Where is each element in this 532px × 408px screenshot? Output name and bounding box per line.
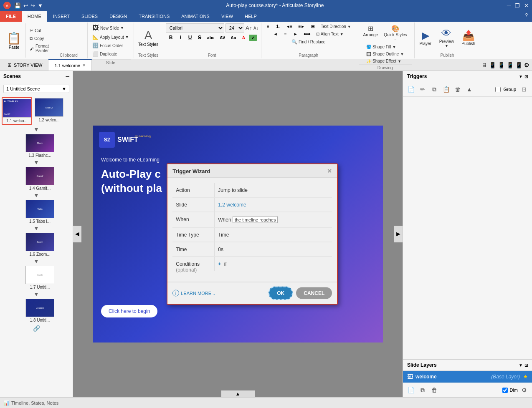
copy-layer-button[interactable]: ⧉ xyxy=(417,385,428,395)
portrait-phone-icon[interactable]: 📱 xyxy=(515,62,522,68)
find-replace-button[interactable]: 🔍 Find / Replace xyxy=(289,38,327,45)
triggers-float-icon[interactable]: ⊡ xyxy=(524,74,528,79)
portrait-tablet-icon[interactable]: 📱 xyxy=(498,62,505,68)
landscape-tablet-icon[interactable]: 📱 xyxy=(489,62,496,68)
help-button[interactable]: ? xyxy=(521,11,532,22)
slide-thumb-1-2[interactable]: slide 2 1.2 welco... xyxy=(34,97,64,125)
tab-transitions[interactable]: TRANSITIONS xyxy=(133,11,175,22)
text-styles-button[interactable]: A Text Styles xyxy=(137,27,160,48)
close-icon[interactable]: ✕ xyxy=(524,3,529,9)
triggers-collapse-icon[interactable]: ▼ xyxy=(519,74,523,79)
restore-icon[interactable]: ❐ xyxy=(515,3,520,9)
slide-thumb-1-5[interactable]: Tabs 1.5 Tabs i... xyxy=(25,199,55,224)
new-trigger-button[interactable]: 📄 xyxy=(405,84,416,95)
when-highlight[interactable]: the timeline reaches xyxy=(233,217,278,223)
tab-animations[interactable]: ANIMATIONS xyxy=(175,11,215,22)
ok-button[interactable]: OK xyxy=(269,287,293,300)
story-view-tab[interactable]: ⊞ STORY VIEW xyxy=(2,59,48,71)
case-button[interactable]: Aa xyxy=(229,35,238,41)
font-size-select[interactable]: 24 xyxy=(225,23,244,33)
move-up-trigger-button[interactable]: ▲ xyxy=(464,84,475,95)
edit-trigger-button[interactable]: ✏ xyxy=(417,84,428,95)
minimize-icon[interactable]: ─ xyxy=(507,3,511,9)
dim-checkbox[interactable] xyxy=(502,388,508,393)
indent-inc-button[interactable]: ≡► xyxy=(296,23,307,30)
duplicate-button[interactable]: ⬜ Duplicate xyxy=(90,50,119,58)
undo-icon[interactable]: ↩ xyxy=(23,3,28,9)
align-text-button[interactable]: ⊡ Align Text ▼ xyxy=(314,31,346,37)
spell-check-icon[interactable]: ✓ xyxy=(249,35,257,41)
cta-button[interactable]: Click here to begin xyxy=(101,305,157,317)
cancel-button[interactable]: CANCEL xyxy=(296,287,332,299)
delete-trigger-button[interactable]: 🗑 xyxy=(452,84,463,95)
shadow-button[interactable]: abc xyxy=(205,35,216,41)
view-settings-icon[interactable]: ⚙ xyxy=(524,62,529,68)
copy-button[interactable]: ⧉Copy xyxy=(28,35,51,42)
shape-outline-button[interactable]: 🔲 Shape Outline ▼ xyxy=(364,51,406,57)
triggers-settings-button[interactable]: ⊡ xyxy=(519,84,529,95)
save-icon[interactable]: 💾 xyxy=(14,3,21,9)
text-direction-button[interactable]: Text Direction ▼ xyxy=(319,23,353,30)
focus-order-button[interactable]: 🔢 Focus Order xyxy=(90,42,125,49)
font-name-select[interactable]: Calibri xyxy=(166,23,224,33)
wizard-slide-value[interactable]: 1.2 welcome xyxy=(214,198,332,212)
slide-thumb-1-4[interactable]: Gamif 1.4 Gamif... xyxy=(25,166,55,191)
bullets-button[interactable]: ≡ xyxy=(264,23,272,30)
desktop-view-icon[interactable]: 🖥 xyxy=(481,62,487,68)
redo-icon[interactable]: ↪ xyxy=(30,3,35,9)
paste-button[interactable]: 📋 Paste xyxy=(3,23,26,58)
layers-float-icon[interactable]: ⊡ xyxy=(524,363,528,368)
quick-styles-button[interactable]: 🎨 Quick Styles = xyxy=(382,23,409,43)
tab-insert[interactable]: INSERT xyxy=(47,11,76,22)
numbering-button[interactable]: 1. xyxy=(274,23,282,30)
shape-fill-button[interactable]: 🪣 Shape Fill ▼ xyxy=(364,44,406,50)
underline-button[interactable]: U xyxy=(186,34,194,41)
player-button[interactable]: ▶ Player xyxy=(417,28,434,47)
align-right-button[interactable]: ► xyxy=(291,31,300,37)
wizard-time-value[interactable]: 0s xyxy=(214,242,332,257)
delete-layer-button[interactable]: 🗑 xyxy=(429,385,440,395)
layers-collapse-icon[interactable]: ▼ xyxy=(519,363,523,368)
tab-home[interactable]: HOME xyxy=(22,11,47,22)
tab-file[interactable]: FILE xyxy=(0,11,22,22)
bold-button[interactable]: B xyxy=(167,34,175,41)
close-slide-tab[interactable]: ✕ xyxy=(82,63,86,68)
scene-selector[interactable]: 1 Untitled Scene ▼ xyxy=(3,85,69,93)
slide-thumb-1-1[interactable]: AUTO-PLAY SWIFT 1.1 welco... xyxy=(2,97,32,125)
minimize-scenes-icon[interactable]: ─ xyxy=(66,73,69,79)
cut-button[interactable]: ✂Cut xyxy=(28,27,51,34)
paste-trigger-button[interactable]: 📋 xyxy=(441,84,451,95)
italic-button[interactable]: I xyxy=(176,34,185,41)
indent-dec-button[interactable]: ◄≡ xyxy=(284,23,295,30)
window-controls[interactable]: ─ ❐ ✕ xyxy=(507,3,529,9)
new-slide-button[interactable]: 🖼 New Slide ▼ xyxy=(90,23,126,33)
canvas-nav-left[interactable]: ◄ xyxy=(73,226,81,242)
char-spacing-button[interactable]: AV xyxy=(218,35,227,41)
justify-button[interactable]: ⇐⇒ xyxy=(301,31,312,37)
slide-thumb-1-3[interactable]: Flash 1.3 Flashc... xyxy=(25,133,55,159)
align-center-button[interactable]: ≡ xyxy=(281,31,290,37)
apply-layout-button[interactable]: 📐 Apply Layout ▼ xyxy=(90,33,131,41)
canvas-nav-right[interactable]: ► xyxy=(394,226,403,242)
layers-settings-button[interactable]: ⚙ xyxy=(519,385,529,395)
slide-view-tab-active[interactable]: 1.1 welcome ✕ xyxy=(48,59,92,71)
more-icon[interactable]: ▼ xyxy=(38,3,43,9)
canvas-nav-bottom[interactable]: ▲ xyxy=(221,390,255,397)
tab-view[interactable]: VIEW xyxy=(215,11,239,22)
font-color-button[interactable]: A xyxy=(239,35,248,41)
grow-font-icon[interactable]: A↑ xyxy=(246,25,252,31)
trigger-wizard-close[interactable]: ✕ xyxy=(327,168,332,174)
group-checkbox[interactable] xyxy=(495,87,501,92)
landscape-phone-icon[interactable]: 📱 xyxy=(507,62,514,68)
format-painter-button[interactable]: 🖌Format Painter xyxy=(28,43,51,54)
copy-trigger-button[interactable]: ⧉ xyxy=(429,84,440,95)
columns-button[interactable]: ⊟ xyxy=(309,23,317,30)
align-left-button[interactable]: ◄ xyxy=(271,31,280,37)
tab-slides[interactable]: SLIDES xyxy=(76,11,104,22)
slide-thumb-1-7[interactable]: Swift 1.7 Untitl... xyxy=(25,265,55,290)
arrange-button[interactable]: ⊞ Arrange xyxy=(361,23,380,43)
slide-thumb-1-8[interactable]: Lesson 1.8 Untitl... xyxy=(25,298,55,323)
publish-button[interactable]: 📤 Publish xyxy=(459,28,477,47)
quick-access[interactable]: 💾 ↩ ↪ ▼ xyxy=(14,3,43,9)
learn-more-button[interactable]: i LEARN MORE... xyxy=(172,290,265,297)
